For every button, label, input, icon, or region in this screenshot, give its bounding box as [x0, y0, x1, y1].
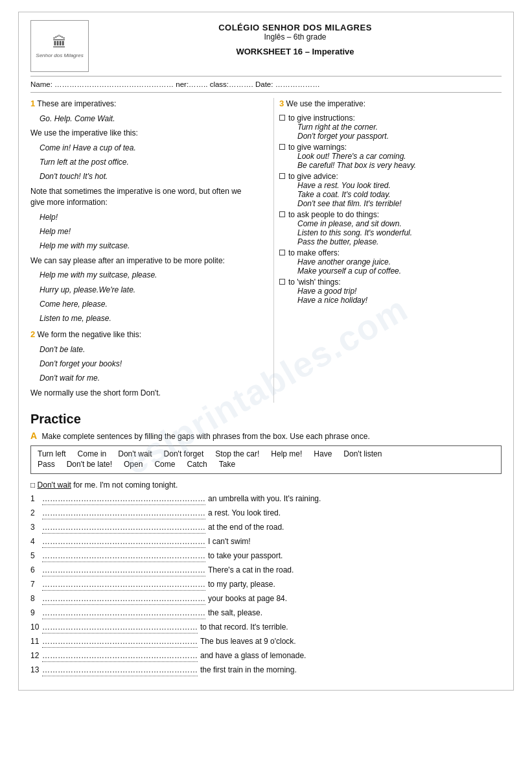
- section1-note-heading: Note that sometimes the imperative is on…: [30, 186, 253, 209]
- section1-heading-text: These are imperatives:: [37, 99, 116, 108]
- exercise-line: 8………………………………………………………your books at page…: [30, 593, 502, 605]
- header-text: COLÉGIO SENHOR DOS MILAGRES Inglês – 6th…: [89, 20, 502, 56]
- bullet-label-5: to 'wish' things:: [288, 278, 341, 287]
- name-line: Name: ………………………………………… ner:…….. class:………: [30, 80, 502, 88]
- bullet-sq-1: [279, 144, 285, 150]
- ex-num: 2: [30, 507, 41, 519]
- section1-note-ex3: Help me with my suitcase.: [40, 241, 253, 252]
- practice-section: Practice A Make complete sentences by fi…: [30, 412, 502, 676]
- bullet-ex-5-0: Have a good trip!: [297, 287, 356, 296]
- ex-text: The bus leaves at 9 o'clock.: [200, 635, 296, 647]
- bullet-ex-3-2: Pass the butter, please.: [297, 237, 378, 246]
- ex-text: an umbrella with you. It's raining.: [208, 493, 321, 504]
- two-col-content: 1 These are imperatives: Go. Help. Come …: [30, 98, 502, 403]
- section1-polite-heading: We can say please after an imperative to…: [30, 255, 253, 266]
- section1-polite-ex2: Hurry up, please.We're late.: [40, 285, 253, 296]
- section1-polite-ex3: Come here, please.: [40, 299, 253, 310]
- ex-num: 9: [30, 607, 41, 619]
- section2-ex3: Don't wait for me.: [40, 373, 253, 384]
- bullet-text-4: to make offers: Have another orange juic…: [288, 248, 502, 276]
- ex-dots: ………………………………………………………: [42, 521, 205, 534]
- bullet-text-5: to 'wish' things: Have a good trip! Have…: [288, 278, 502, 305]
- ex-text: the first train in the morning.: [200, 664, 297, 676]
- phrase-help-me: Help me!: [271, 449, 302, 458]
- exercise-line: 2………………………………………………………a rest. You look t…: [30, 507, 502, 519]
- phrase-box: Turn left Come in Don't wait Don't forge…: [30, 445, 502, 474]
- bullet-text-1: to give warnings: Look out! There's a ca…: [288, 143, 502, 170]
- section2-note: We normally use the short form Don't.: [30, 388, 253, 399]
- practice-title: Practice: [30, 412, 502, 427]
- section1-note-ex2: Help me!: [40, 226, 253, 237]
- logo-name: Senhor dos Milagres: [36, 53, 83, 58]
- ex-text: There's a cat in the road.: [208, 564, 294, 576]
- ex-dots: ……………………………………………………: [42, 664, 198, 676]
- section1-usage-ex1: Come in! Have a cup of tea.: [40, 143, 253, 154]
- ex-dots: ………………………………………………………: [42, 507, 205, 519]
- ex-text: I can't swim!: [208, 536, 251, 547]
- phrase-catch: Catch: [187, 460, 207, 469]
- exercise-line: 4………………………………………………………I can't swim!: [30, 536, 502, 548]
- phrase-dont-be-late: Don't be late!: [67, 460, 112, 469]
- right-column: 3 We use the imperative: to give instruc…: [273, 98, 502, 403]
- ex-num: 10: [30, 621, 41, 633]
- exercise-line: 13……………………………………………………the first train in…: [30, 664, 502, 676]
- bullet-warnings: to give warnings: Look out! There's a ca…: [279, 143, 502, 170]
- bullet-ask: to ask people to do things: Come in plea…: [279, 210, 502, 246]
- ex-dots: ………………………………………………………: [42, 564, 205, 576]
- practice-instruction: Make complete sentences by filling the g…: [41, 432, 369, 441]
- section2-number: 2: [30, 329, 35, 339]
- example-underline: Don't wait: [38, 480, 71, 490]
- ex-dots: ………………………………………………………: [42, 593, 205, 605]
- ex-text: at the end of the road.: [208, 521, 284, 533]
- ex-text: a rest. You look tired.: [208, 507, 281, 519]
- ex-num: 3: [30, 521, 41, 533]
- bullet-advice: to give advice: Have a rest. You look ti…: [279, 172, 502, 208]
- section1-examples: Go. Help. Come Wait.: [40, 113, 253, 124]
- section1-usage-heading: We use the imperative like this:: [30, 128, 253, 139]
- logo-icon: 🏛: [52, 34, 67, 51]
- exercise-line: 10……………………………………………………to that record. It…: [30, 621, 502, 634]
- ex-text: and have a glass of lemonade.: [200, 650, 306, 661]
- bullet-label-4: to make offers:: [288, 248, 340, 257]
- school-name: COLÉGIO SENHOR DOS MILAGRES: [89, 23, 502, 32]
- logo-box: 🏛 Senhor dos Milagres: [30, 20, 89, 72]
- section3-number: 3: [279, 99, 284, 108]
- ex-text: your books at page 84.: [208, 593, 287, 604]
- exercise-line: 11……………………………………………………The bus leaves at …: [30, 635, 502, 648]
- bullet-text-0: to give instructions: Turn right at the …: [288, 113, 502, 141]
- practice-a-label: A: [30, 431, 37, 441]
- ex-num: 12: [30, 650, 41, 661]
- ex-num: 7: [30, 578, 41, 590]
- phrase-stop-the-car: Stop the car!: [215, 449, 259, 458]
- bullet-ex-4-0: Have another orange juice.: [297, 257, 391, 266]
- section3-heading-text: We use the imperative:: [286, 99, 366, 108]
- section3-heading: 3 We use the imperative:: [279, 98, 502, 110]
- section3: 3 We use the imperative: to give instruc…: [279, 98, 502, 305]
- phrase-come: Come: [154, 460, 175, 469]
- bullet-label-0: to give instructions:: [288, 113, 355, 123]
- bullet-wish: to 'wish' things: Have a good trip! Have…: [279, 278, 502, 305]
- worksheet-page: eslprintables.com 🏛 Senhor dos Milagres …: [18, 12, 514, 691]
- ex-num: 4: [30, 536, 41, 547]
- ex-dots: ……………………………………………………: [42, 650, 198, 662]
- ex-num: 6: [30, 564, 41, 576]
- bullet-ex-1-0: Look out! There's a car coming.: [297, 152, 406, 161]
- phrase-dont-wait: Don't wait: [118, 449, 152, 458]
- exercise-line: 6………………………………………………………There's a cat in t…: [30, 564, 502, 576]
- bullet-ex-0-0: Turn right at the corner.: [297, 123, 378, 132]
- bullet-ex-2-1: Take a coat. It's cold today.: [297, 190, 391, 199]
- ex-text: to take your passport.: [208, 550, 283, 562]
- section1-usage-ex2: Turn left at the post office.: [40, 157, 253, 168]
- bullet-label-3: to ask people to do things:: [288, 210, 379, 219]
- bullet-text-3: to ask people to do things: Come in plea…: [288, 210, 502, 246]
- exercise-line: 9………………………………………………………the salt, please.: [30, 607, 502, 619]
- bullet-sq-4: [279, 250, 285, 255]
- ex-text: to my party, please.: [208, 578, 275, 590]
- phrase-pass: Pass: [38, 460, 55, 469]
- header-area: 🏛 Senhor dos Milagres COLÉGIO SENHOR DOS…: [30, 20, 502, 72]
- phrase-open: Open: [124, 460, 143, 469]
- phrase-row-2: Pass Don't be late! Open Come Catch Take: [38, 460, 494, 469]
- ex-num: 13: [30, 664, 41, 676]
- section1: 1 These are imperatives: Go. Help. Come …: [30, 98, 253, 325]
- ex-num: 5: [30, 550, 41, 562]
